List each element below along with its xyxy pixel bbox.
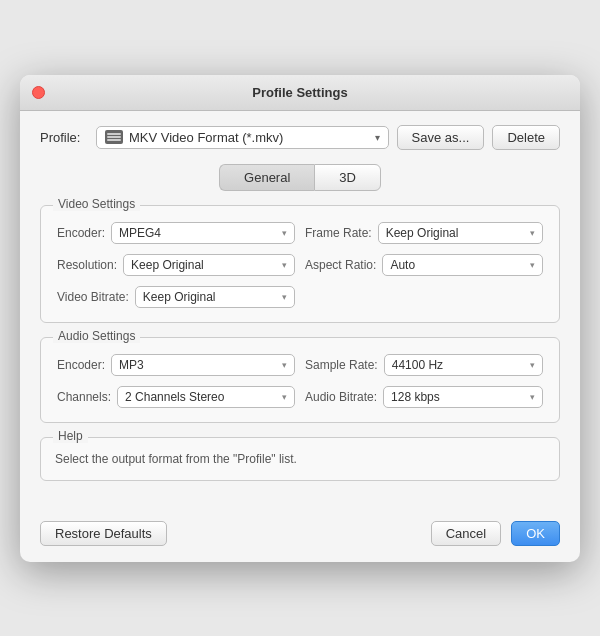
audio-settings-title: Audio Settings <box>53 329 140 343</box>
footer: Restore Defaults Cancel OK <box>20 511 580 562</box>
audio-settings-section: Audio Settings Encoder: MP3 ▾ Sample Rat… <box>40 337 560 423</box>
sample-rate-arrow: ▾ <box>530 360 535 370</box>
profile-settings-window: Profile Settings Profile: MKV Video Form… <box>20 75 580 562</box>
close-button[interactable] <box>32 86 45 99</box>
encoder-label: Encoder: <box>57 226 105 240</box>
frame-rate-row: Frame Rate: Keep Original ▾ <box>305 222 543 244</box>
titlebar: Profile Settings <box>20 75 580 111</box>
profile-row: Profile: MKV Video Format (*.mkv) ▾ Save… <box>40 125 560 150</box>
empty-cell <box>305 286 543 308</box>
aspect-ratio-dropdown[interactable]: Auto ▾ <box>382 254 543 276</box>
audio-encoder-label: Encoder: <box>57 358 105 372</box>
sample-rate-value: 44100 Hz <box>392 358 526 372</box>
aspect-ratio-value: Auto <box>390 258 526 272</box>
frame-rate-arrow: ▾ <box>530 228 535 238</box>
footer-right: Cancel OK <box>431 521 560 546</box>
delete-button[interactable]: Delete <box>492 125 560 150</box>
channels-label: Channels: <box>57 390 111 404</box>
aspect-ratio-label: Aspect Ratio: <box>305 258 376 272</box>
profile-dropdown-arrow: ▾ <box>375 132 380 143</box>
audio-bitrate-row: Audio Bitrate: 128 kbps ▾ <box>305 386 543 408</box>
audio-encoder-row: Encoder: MP3 ▾ <box>57 354 295 376</box>
restore-defaults-button[interactable]: Restore Defaults <box>40 521 167 546</box>
main-content: Profile: MKV Video Format (*.mkv) ▾ Save… <box>20 111 580 511</box>
help-section: Help Select the output format from the "… <box>40 437 560 481</box>
cancel-button[interactable]: Cancel <box>431 521 501 546</box>
help-title: Help <box>53 429 88 443</box>
video-settings-section: Video Settings Encoder: MPEG4 ▾ Frame Ra… <box>40 205 560 323</box>
profile-icon <box>105 130 123 144</box>
channels-value: 2 Channels Stereo <box>125 390 278 404</box>
audio-bitrate-label: Audio Bitrate: <box>305 390 377 404</box>
audio-encoder-dropdown[interactable]: MP3 ▾ <box>111 354 295 376</box>
resolution-label: Resolution: <box>57 258 117 272</box>
sample-rate-row: Sample Rate: 44100 Hz ▾ <box>305 354 543 376</box>
channels-dropdown[interactable]: 2 Channels Stereo ▾ <box>117 386 295 408</box>
audio-bitrate-value: 128 kbps <box>391 390 526 404</box>
encoder-value: MPEG4 <box>119 226 278 240</box>
video-bitrate-value: Keep Original <box>143 290 278 304</box>
resolution-dropdown[interactable]: Keep Original ▾ <box>123 254 295 276</box>
aspect-ratio-row: Aspect Ratio: Auto ▾ <box>305 254 543 276</box>
frame-rate-label: Frame Rate: <box>305 226 372 240</box>
video-settings-grid: Encoder: MPEG4 ▾ Frame Rate: Keep Origin… <box>57 222 543 308</box>
resolution-arrow: ▾ <box>282 260 287 270</box>
resolution-value: Keep Original <box>131 258 278 272</box>
window-title: Profile Settings <box>252 85 347 100</box>
audio-encoder-value: MP3 <box>119 358 278 372</box>
profile-dropdown[interactable]: MKV Video Format (*.mkv) ▾ <box>96 126 389 149</box>
save-as-button[interactable]: Save as... <box>397 125 485 150</box>
video-bitrate-dropdown[interactable]: Keep Original ▾ <box>135 286 295 308</box>
resolution-row: Resolution: Keep Original ▾ <box>57 254 295 276</box>
audio-bitrate-arrow: ▾ <box>530 392 535 402</box>
encoder-row: Encoder: MPEG4 ▾ <box>57 222 295 244</box>
audio-encoder-arrow: ▾ <box>282 360 287 370</box>
video-bitrate-label: Video Bitrate: <box>57 290 129 304</box>
audio-bitrate-dropdown[interactable]: 128 kbps ▾ <box>383 386 543 408</box>
help-text: Select the output format from the "Profi… <box>55 452 545 466</box>
sample-rate-dropdown[interactable]: 44100 Hz ▾ <box>384 354 543 376</box>
tab-bar: General 3D <box>40 164 560 191</box>
encoder-arrow: ▾ <box>282 228 287 238</box>
channels-row: Channels: 2 Channels Stereo ▾ <box>57 386 295 408</box>
video-settings-title: Video Settings <box>53 197 140 211</box>
encoder-dropdown[interactable]: MPEG4 ▾ <box>111 222 295 244</box>
frame-rate-dropdown[interactable]: Keep Original ▾ <box>378 222 543 244</box>
tab-general[interactable]: General <box>219 164 314 191</box>
frame-rate-value: Keep Original <box>386 226 526 240</box>
video-bitrate-arrow: ▾ <box>282 292 287 302</box>
audio-settings-grid: Encoder: MP3 ▾ Sample Rate: 44100 Hz ▾ <box>57 354 543 408</box>
sample-rate-label: Sample Rate: <box>305 358 378 372</box>
profile-value: MKV Video Format (*.mkv) <box>129 130 369 145</box>
profile-label: Profile: <box>40 130 88 145</box>
tab-3d[interactable]: 3D <box>314 164 381 191</box>
aspect-ratio-arrow: ▾ <box>530 260 535 270</box>
video-bitrate-row: Video Bitrate: Keep Original ▾ <box>57 286 295 308</box>
channels-arrow: ▾ <box>282 392 287 402</box>
ok-button[interactable]: OK <box>511 521 560 546</box>
